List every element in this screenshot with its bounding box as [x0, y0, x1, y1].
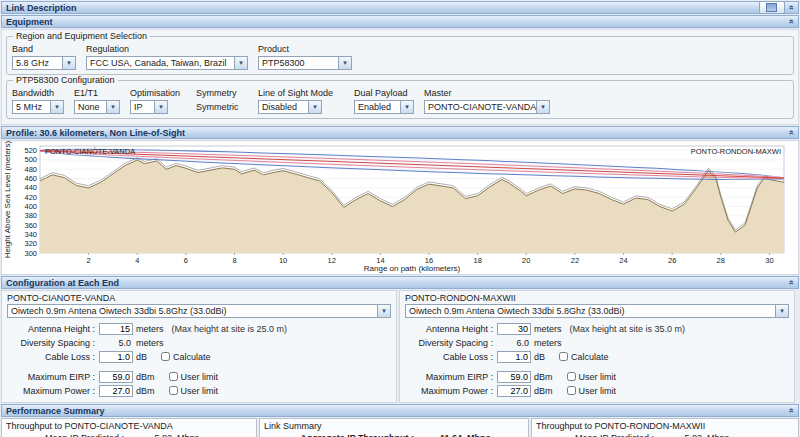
antenna-value: Oiwtech 0.9m Antena Oiwtech 33dbi 5.8Ghz… — [406, 306, 775, 316]
collapse-chevron-icon[interactable]: » — [787, 19, 796, 24]
perf-label: Mean IP Predicted : — [6, 433, 124, 437]
collapse-chevron-icon[interactable]: » — [787, 130, 796, 135]
svg-text:18: 18 — [473, 256, 481, 265]
svg-text:PONTO-RONDON-MAXWI: PONTO-RONDON-MAXWI — [691, 147, 781, 156]
chevron-down-icon: ▾ — [50, 101, 63, 113]
product-select[interactable]: PTP58300 ▾ — [258, 56, 352, 70]
section-header-performance[interactable]: Performance Summary » — [1, 404, 799, 417]
section-header-config-each-end[interactable]: Configuration at Each End » — [1, 276, 799, 289]
antenna-height-input[interactable] — [99, 323, 133, 335]
unit-label: meters — [534, 324, 562, 334]
optimisation-select[interactable]: IP ▾ — [130, 100, 168, 114]
chevron-down-icon: ▾ — [536, 101, 549, 113]
max-power-input[interactable] — [497, 385, 531, 397]
user-limit-checkbox-label[interactable]: User limit — [567, 372, 617, 382]
collapse-chevron-icon[interactable]: » — [787, 408, 796, 413]
master-value: PONTO-CIANOTE-VANDA — [425, 102, 536, 112]
section-title-config-each-end: Configuration at Each End — [6, 278, 119, 288]
user-limit-text: User limit — [181, 386, 219, 396]
cable-loss-label: Cable Loss : — [7, 352, 95, 362]
profile-chart: 3003203403603804004204404604805005202468… — [1, 140, 799, 275]
band-select[interactable]: 5.8 GHz ▾ — [12, 56, 76, 70]
user-limit-checkbox[interactable] — [567, 386, 576, 395]
svg-text:8: 8 — [232, 256, 236, 265]
end-panel-right: PONTO-RONDON-MAXWII Oiwtech 0.9m Antena … — [399, 290, 795, 403]
perf-unit: Mbps — [467, 433, 491, 437]
cable-loss-input[interactable] — [497, 351, 531, 363]
collapse-chevron-icon[interactable]: » — [787, 280, 796, 285]
antenna-height-label: Antenna Height : — [405, 324, 493, 334]
svg-text:420: 420 — [24, 193, 37, 202]
user-limit-checkbox[interactable] — [567, 372, 576, 381]
svg-text:520: 520 — [24, 146, 37, 155]
los-mode-select[interactable]: Disabled ▾ — [258, 100, 322, 114]
user-limit-checkbox-label[interactable]: User limit — [567, 386, 617, 396]
perf-label: Mean IP Predicted : — [536, 433, 654, 437]
chevron-down-icon: ▾ — [308, 101, 321, 113]
end-name: PONTO-CIANOTE-VANDA — [7, 293, 391, 304]
user-limit-checkbox[interactable] — [169, 372, 178, 381]
user-limit-checkbox-label[interactable]: User limit — [169, 386, 219, 396]
svg-text:24: 24 — [619, 256, 627, 265]
calculate-checkbox[interactable] — [161, 352, 170, 361]
collapse-chevron-icon[interactable]: » — [787, 5, 796, 10]
perf-unit: Mbps — [177, 433, 199, 437]
svg-text:Range on path (kilometers): Range on path (kilometers) — [364, 264, 461, 273]
dual-payload-select[interactable]: Enabled ▾ — [354, 100, 414, 114]
e1t1-select[interactable]: None ▾ — [74, 100, 120, 114]
panel-button[interactable] — [759, 1, 785, 14]
svg-text:360: 360 — [24, 221, 37, 230]
unit-label: dBm — [136, 386, 155, 396]
section-header-equipment[interactable]: Equipment » — [1, 15, 799, 28]
master-select[interactable]: PONTO-CIANOTE-VANDA ▾ — [424, 100, 550, 114]
antenna-height-input[interactable] — [497, 323, 531, 335]
optimisation-value: IP — [131, 102, 154, 112]
regulation-select[interactable]: FCC USA, Canada, Taiwan, Brazil ▾ — [86, 56, 248, 70]
calculate-checkbox-label[interactable]: Calculate — [161, 352, 211, 362]
max-eirp-input[interactable] — [497, 371, 531, 383]
unit-label: meters — [136, 324, 164, 334]
optimisation-label: Optimisation — [130, 88, 186, 98]
max-eirp-input[interactable] — [99, 371, 133, 383]
cable-loss-label: Cable Loss : — [405, 352, 493, 362]
chevron-down-icon: ▾ — [338, 57, 351, 69]
ptp-configuration-group: PTP58300 Configuration Bandwidth 5 MHz ▾… — [6, 80, 794, 119]
svg-text:6: 6 — [184, 256, 188, 265]
svg-text:320: 320 — [24, 239, 37, 248]
section-header-link-description[interactable]: Link Description » — [1, 1, 799, 14]
band-label: Band — [12, 44, 76, 54]
band-field: Band 5.8 GHz ▾ — [12, 44, 76, 70]
max-power-label: Maximum Power : — [405, 386, 493, 396]
diversity-spacing-value: 5.0 — [99, 338, 133, 348]
svg-text:460: 460 — [24, 174, 37, 183]
svg-text:400: 400 — [24, 202, 37, 211]
antenna-height-label: Antenna Height : — [7, 324, 95, 334]
antenna-select[interactable]: Oiwtech 0.9m Antena Oiwtech 33dbi 5.8Ghz… — [405, 304, 789, 318]
antenna-select[interactable]: Oiwtech 0.9m Antena Oiwtech 33dbi 5.8Ghz… — [7, 304, 391, 318]
region-equipment-group: Region and Equipment Selection Band 5.8 … — [6, 36, 794, 75]
calculate-checkbox-label[interactable]: Calculate — [559, 352, 609, 362]
cable-loss-row: Cable Loss : dB Calculate — [7, 350, 391, 363]
user-limit-checkbox-label[interactable]: User limit — [169, 372, 219, 382]
los-mode-field: Line of Sight Mode Disabled ▾ — [258, 88, 344, 114]
svg-text:440: 440 — [24, 183, 37, 192]
user-limit-text: User limit — [181, 372, 219, 382]
user-limit-text: User limit — [579, 386, 617, 396]
calculate-checkbox[interactable] — [559, 352, 568, 361]
end-name: PONTO-RONDON-MAXWII — [405, 293, 789, 304]
cable-loss-input[interactable] — [99, 351, 133, 363]
user-limit-checkbox[interactable] — [169, 386, 178, 395]
optimisation-field: Optimisation IP ▾ — [130, 88, 186, 114]
e1t1-label: E1/T1 — [74, 88, 120, 98]
svg-text:500: 500 — [24, 155, 37, 164]
bandwidth-select[interactable]: 5 MHz ▾ — [12, 100, 64, 114]
max-power-input[interactable] — [99, 385, 133, 397]
antenna-value: Oiwtech 0.9m Antena Oiwtech 33dbi 5.8Ghz… — [8, 306, 377, 316]
performance-column-title: Throughput to PONTO-CIANOTE-VANDA — [6, 421, 252, 432]
e1t1-field: E1/T1 None ▾ — [74, 88, 120, 114]
svg-text:2: 2 — [87, 256, 91, 265]
product-label: Product — [258, 44, 352, 54]
svg-text:10: 10 — [279, 256, 287, 265]
section-header-profile[interactable]: Profile: 30.6 kilometers, Non Line-of-Si… — [1, 126, 799, 139]
svg-text:22: 22 — [571, 256, 579, 265]
